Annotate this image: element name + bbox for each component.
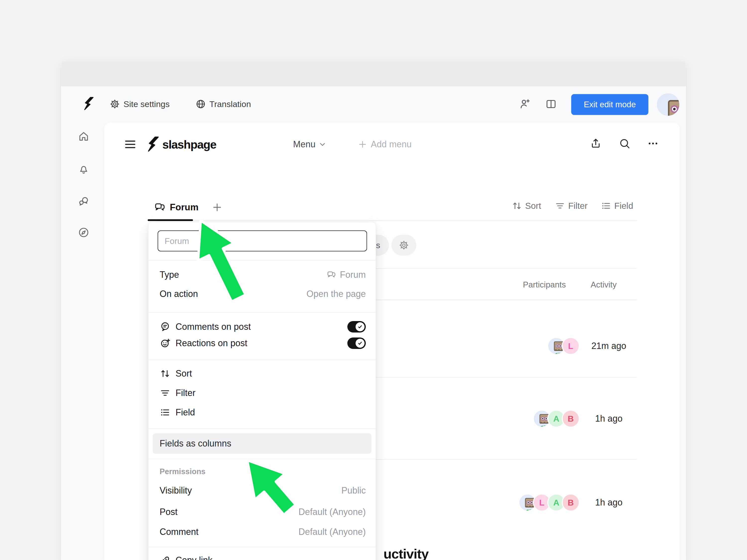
table-row-participants: L A B <box>518 494 580 511</box>
chevron-down-icon <box>318 140 327 149</box>
activity-timestamp: 1h ago <box>585 414 633 424</box>
share-icon[interactable] <box>590 138 601 149</box>
post-permission-value[interactable]: Default (Anyone) <box>299 507 366 517</box>
menu-divider <box>148 459 376 459</box>
split-view-icon[interactable] <box>545 98 557 110</box>
activity-timestamp: 21m ago <box>585 341 633 351</box>
visibility-value[interactable]: Public <box>341 485 366 496</box>
menu-item-field[interactable]: Field <box>176 407 195 418</box>
table-row-participants: L <box>547 337 580 355</box>
link-icon <box>160 555 171 560</box>
table-row-participants: A B <box>533 410 580 428</box>
gear-icon <box>398 240 409 250</box>
globe-icon <box>196 99 206 109</box>
translation-button[interactable]: Translation <box>196 99 251 109</box>
exit-edit-mode-button[interactable]: Exit edit mode <box>571 94 648 115</box>
activity-header: Activity <box>591 280 617 290</box>
smile-plus-icon <box>160 338 171 349</box>
tab-name-input[interactable] <box>158 231 367 251</box>
activity-timestamp: 1h ago <box>585 497 633 508</box>
comment-permission-label: Comment <box>160 527 199 537</box>
on-action-value[interactable]: Open the page <box>307 289 366 299</box>
brand-bolt-icon <box>146 136 161 152</box>
user-avatar[interactable] <box>657 93 679 116</box>
reactions-toggle[interactable] <box>347 338 366 349</box>
tab-options-menu: Type Forum On action Open the page Comme… <box>148 222 376 560</box>
menu-item-copy-link[interactable]: Copy link <box>176 555 212 560</box>
plus-icon <box>358 140 367 149</box>
row-divider <box>376 377 637 378</box>
visibility-label: Visibility <box>160 485 192 496</box>
comments-toggle[interactable] <box>347 321 366 332</box>
table-top-divider <box>376 268 637 269</box>
site-settings-button[interactable]: Site settings <box>109 99 170 109</box>
compass-icon[interactable] <box>78 227 89 238</box>
reactions-on-post-label: Reactions on post <box>176 338 247 348</box>
invite-member-icon[interactable] <box>519 98 531 110</box>
menu-divider <box>148 359 376 360</box>
forum-icon <box>327 270 336 280</box>
filter-icon <box>160 388 171 398</box>
sort-control[interactable]: Sort <box>512 201 541 211</box>
menu-divider <box>148 312 376 313</box>
menu-divider <box>148 428 376 429</box>
add-tab-icon[interactable] <box>212 202 223 213</box>
slashpage-mark-icon[interactable] <box>82 97 96 110</box>
permissions-section-label: Permissions <box>160 467 205 476</box>
topic-settings-chip[interactable] <box>391 235 416 256</box>
browser-titlebar: Forum - Slashpage + <box>61 61 686 86</box>
more-icon[interactable] <box>647 138 659 149</box>
menu-divider <box>148 260 376 261</box>
menu-divider <box>148 547 376 547</box>
post-permission-label: Post <box>160 507 178 517</box>
field-icon <box>601 201 611 211</box>
add-menu-button[interactable]: Add menu <box>358 139 412 150</box>
menu-dropdown[interactable]: Menu <box>293 139 327 150</box>
brand-wordmark[interactable]: slashpage <box>162 138 216 151</box>
bell-icon[interactable] <box>78 163 89 175</box>
gear-icon <box>109 99 120 109</box>
check-icon <box>357 340 363 346</box>
comments-on-post-label: Comments on post <box>176 322 251 332</box>
avatar[interactable]: L <box>562 337 580 355</box>
filter-icon <box>555 201 565 211</box>
table-header-divider <box>376 300 637 300</box>
type-value[interactable]: Forum <box>327 270 366 280</box>
menu-item-filter[interactable]: Filter <box>176 388 196 398</box>
active-tab-underline <box>148 219 193 221</box>
fields-as-columns-label: Fields as columns <box>160 438 231 449</box>
sort-icon <box>160 368 171 379</box>
clipped-post-title: uctivity <box>383 546 429 560</box>
type-label: Type <box>160 270 179 280</box>
hamburger-menu-icon[interactable] <box>124 138 137 151</box>
chats-icon[interactable] <box>78 195 89 207</box>
comment-icon <box>160 321 171 332</box>
menu-item-sort[interactable]: Sort <box>176 368 192 379</box>
forum-icon <box>154 202 166 213</box>
sort-icon <box>512 201 522 211</box>
search-icon[interactable] <box>619 138 630 149</box>
comment-permission-value[interactable]: Default (Anyone) <box>299 527 366 537</box>
tabs-divider <box>149 220 637 221</box>
on-action-label: On action <box>160 289 198 299</box>
field-icon <box>160 407 171 418</box>
filter-control[interactable]: Filter <box>555 201 588 211</box>
avatar[interactable]: B <box>562 494 580 511</box>
avatar[interactable]: B <box>562 410 580 428</box>
row-divider <box>376 459 637 460</box>
tab-forum[interactable]: Forum <box>154 202 199 213</box>
participants-header: Participants <box>523 280 566 290</box>
field-control[interactable]: Field <box>601 201 633 211</box>
check-icon <box>357 324 363 330</box>
home-icon[interactable] <box>78 131 89 142</box>
browser-tab[interactable]: Forum - Slashpage <box>198 61 303 86</box>
screenshot-stage: Forum - Slashpage + Site settings Transl… <box>0 0 747 560</box>
